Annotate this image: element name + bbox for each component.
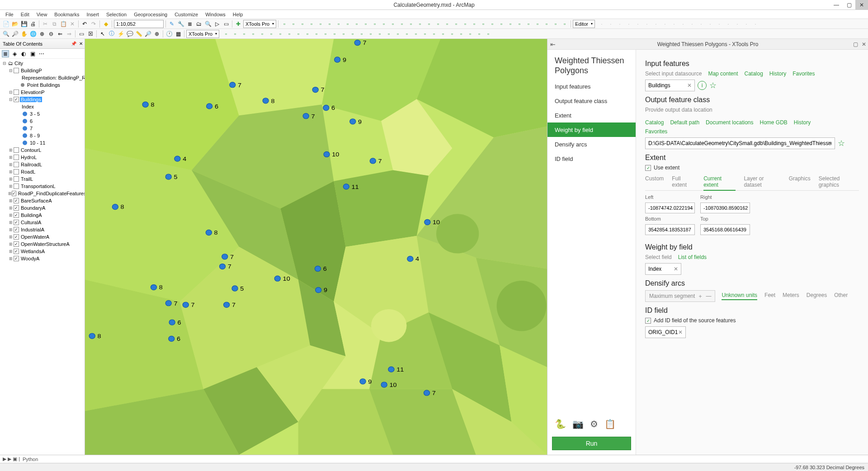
layer-TransportationL[interactable]: TransportationL [20,184,57,189]
python-script-icon[interactable]: 🐍 [555,419,566,429]
input-features-field[interactable]: Buildings ✕ [645,80,695,91]
xtools-tool-icon[interactable]: ▫ [285,30,293,38]
plus-icon[interactable]: ＋ [698,292,703,300]
settings-icon[interactable]: ⚙ [590,419,598,429]
nav-item-weight-by-field[interactable]: Weight by field [547,122,636,137]
xtools-tool-icon[interactable]: ▫ [488,20,496,28]
editor-tool-icon[interactable]: · [625,20,633,28]
menu-selection[interactable]: Selection [103,11,130,18]
editor-tool-icon[interactable]: · [616,20,624,28]
xtools-icon[interactable]: ✚ [234,20,242,28]
editor-tool-icon[interactable]: · [661,20,669,28]
layer-IndustrialA[interactable]: IndustrialA [20,227,45,232]
undo-icon[interactable]: ↶ [80,20,89,28]
layer-checkbox[interactable] [14,176,19,182]
layer-checkbox[interactable] [14,68,19,73]
editor-tool-icon[interactable]: · [733,20,741,28]
layer-checkbox[interactable] [14,162,19,167]
menu-bookmarks[interactable]: Bookmarks [51,11,83,18]
time-icon[interactable]: 🕐 [165,30,173,38]
pointer-icon[interactable]: ↖ [99,30,107,38]
xtools-tool-icon[interactable]: ▫ [542,20,551,28]
xtools-tool-icon[interactable]: ▫ [407,20,415,28]
unit-unknown-units[interactable]: Unknown units [722,292,757,300]
next-extent-icon[interactable]: ⇒ [65,30,73,38]
identify-icon[interactable]: ⓘ [108,30,116,38]
editor-tool-icon[interactable]: · [643,20,651,28]
panel-maximize-icon[interactable]: ▢ [853,41,858,47]
xtools-tool-icon[interactable]: ▫ [340,30,348,38]
toolbox-icon[interactable]: 🔧 [177,20,185,28]
zoom-in-icon[interactable]: 🔍 [2,30,10,38]
save-icon[interactable]: 💾 [20,20,28,28]
nav-item-extent[interactable]: Extent [547,108,636,122]
xtools-tool-icon[interactable]: ▫ [307,20,316,28]
clear-sel-icon[interactable]: ☒ [86,30,94,38]
layer-HydroL[interactable]: HydroL [20,155,38,160]
extent-tab-current-extent[interactable]: Current extent [703,174,736,191]
editor-tool-icon[interactable]: · [697,20,705,28]
extent-tab-selected-graphics[interactable]: Selected graphics [819,174,859,190]
max-segment-field[interactable]: Maximum segment ＋ — [645,290,715,302]
xtools-tool-icon[interactable]: ▫ [335,20,343,28]
xtools-tool-icon[interactable]: ▫ [470,20,478,28]
fixed-zoom-out-icon[interactable]: ⊖ [47,30,55,38]
panel-close-icon[interactable]: ✕ [862,41,866,47]
layer-checkbox[interactable] [14,169,19,174]
xtools-tool-icon[interactable]: ▫ [344,20,352,28]
layer-RoadP_FindDuplicateFeatures_W[interactable]: RoadP_FindDuplicateFeatures_W [17,191,85,196]
extent-tab-full-extent[interactable]: Full extent [672,174,695,190]
layer-checkbox[interactable] [14,97,19,102]
link-home-gdb[interactable]: Home GDB [760,119,787,126]
xtools-tool-icon[interactable]: ▫ [466,30,474,38]
pin-icon[interactable]: 📌 [71,41,76,46]
nav-item-id-field[interactable]: ID field [547,151,636,166]
close-toc-icon[interactable]: ✕ [79,41,83,46]
extent-right[interactable]: -10870390.8590162 [700,203,750,213]
list-by-drawing-order-icon[interactable]: ≣ [2,50,9,57]
xtools-tool-icon[interactable]: ▫ [452,20,460,28]
xtools-tool-icon[interactable]: ▫ [231,30,239,38]
xtools-tool-icon[interactable]: ▫ [416,20,424,28]
editor-tool-icon[interactable]: · [652,20,660,28]
prev-extent-icon[interactable]: ⇐ [56,30,64,38]
find-icon[interactable]: 🔎 [144,30,152,38]
clear-icon[interactable]: ✕ [827,140,832,146]
xtools-tool-icon[interactable]: ▫ [403,30,411,38]
unit-degrees[interactable]: Degrees [807,292,827,300]
clear-icon[interactable]: ✕ [678,329,683,335]
close-button[interactable]: ✕ [855,0,868,10]
output-path-field[interactable]: D:\GIS-DATA\CalculateGeometry\CitySmall.… [645,137,835,149]
xtools-tool-icon[interactable]: ▫ [312,30,321,38]
options-icon[interactable]: ⋯ [38,50,45,57]
editor-tool-icon[interactable]: · [679,20,687,28]
xtools-tool-icon[interactable]: ▫ [258,30,266,38]
xtools-tool-icon[interactable]: ▫ [524,20,533,28]
xtools-dropdown[interactable]: XTools Pro [243,20,276,28]
run-button[interactable]: Run [552,437,631,450]
link-catalog[interactable]: Catalog [744,71,763,77]
minus-icon[interactable]: — [706,293,711,299]
xtools-tool-icon[interactable]: ▫ [276,30,284,38]
nav-item-densify-arcs[interactable]: Densify arcs [547,137,636,151]
minimize-button[interactable]: — [830,0,843,10]
xtools-tool-icon[interactable]: ▫ [398,20,406,28]
zoom-out-icon[interactable]: 🔎 [11,30,19,38]
model-icon[interactable]: ▭ [222,20,230,28]
layer-checkbox[interactable] [14,155,19,160]
link-favorites[interactable]: Favorites [645,128,667,135]
extent-tab-layer-or-dataset[interactable]: Layer or dataset [744,174,780,190]
maximize-button[interactable]: ▢ [843,0,855,10]
layer-checkbox[interactable] [14,256,19,261]
xtools-tool-icon[interactable]: ▫ [430,30,438,38]
layer-ContourL[interactable]: ContourL [20,147,42,153]
xtools-tool-icon[interactable]: ▫ [249,30,257,38]
xtools-tool-icon[interactable]: ▫ [362,20,370,28]
layer-checkbox[interactable] [14,89,19,95]
add-id-checkbox[interactable] [645,318,651,324]
xtools-tool-icon[interactable]: ▫ [515,20,524,28]
editor-tool-icon[interactable]: · [742,20,750,28]
add-data-icon[interactable]: ◆ [102,20,110,28]
clear-icon[interactable]: ✕ [687,82,692,89]
layer-RoadL[interactable]: RoadL [20,169,36,174]
